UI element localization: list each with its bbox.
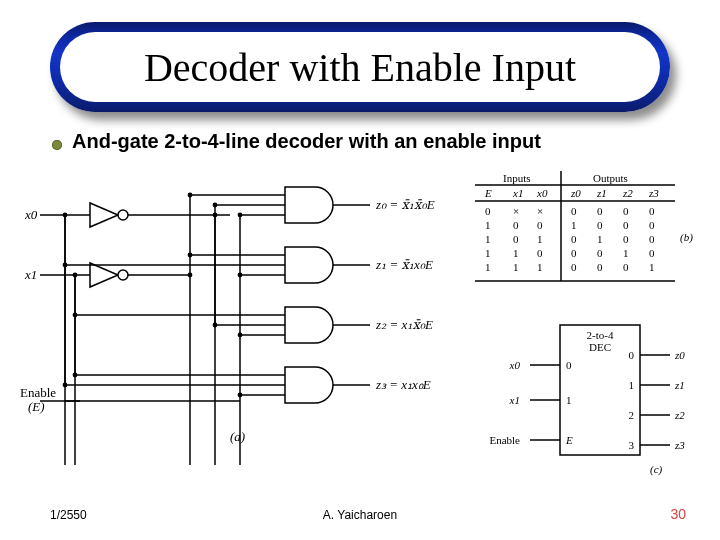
- output-expr-z0: z₀ = x̄₁x̄₀E: [375, 197, 435, 212]
- circuit-diagram: x0 x1 Enable (E): [20, 187, 435, 465]
- svg-text:1: 1: [623, 247, 629, 259]
- th: z3: [648, 187, 659, 199]
- svg-text:0: 0: [571, 205, 577, 217]
- enable-label: Enable: [20, 385, 56, 400]
- not-bubble-icon: [118, 270, 128, 280]
- th: x1: [512, 187, 523, 199]
- svg-text:0: 0: [513, 233, 519, 245]
- svg-text:0: 0: [537, 247, 543, 259]
- port-label: z0: [674, 349, 685, 361]
- port-index: 3: [629, 439, 635, 451]
- and-gate-icon: [73, 307, 370, 343]
- block-symbol: 2-to-4 DEC x00 x11 EnableE 0z0 1z1 2z2 3…: [489, 325, 685, 476]
- diagram-figure: x0 x1 Enable (E): [20, 165, 700, 495]
- port-label: z2: [674, 409, 685, 421]
- output-expr-z1: z₁ = x̄₁x₀E: [375, 257, 433, 272]
- svg-text:0: 0: [597, 219, 603, 231]
- svg-text:1: 1: [649, 261, 655, 273]
- table-rows: 0××0000 1001000 1010100 1100010 1110001: [485, 205, 655, 273]
- port-label: Enable: [489, 434, 520, 446]
- port-index: 1: [566, 394, 572, 406]
- svg-text:0: 0: [485, 205, 491, 217]
- th: z1: [596, 187, 607, 199]
- svg-text:0: 0: [571, 247, 577, 259]
- footer-author: A. Yaicharoen: [323, 508, 397, 522]
- svg-text:0: 0: [623, 219, 629, 231]
- output-expr-z2: z₂ = x₁x̄₀E: [375, 317, 433, 332]
- part-label-a: (a): [230, 429, 245, 444]
- svg-text:1: 1: [485, 233, 491, 245]
- th: z2: [622, 187, 633, 199]
- port-index: 2: [629, 409, 635, 421]
- part-label-b: (b): [680, 231, 693, 244]
- svg-text:0: 0: [597, 205, 603, 217]
- svg-text:0: 0: [623, 233, 629, 245]
- svg-text:1: 1: [537, 233, 543, 245]
- svg-text:0: 0: [597, 261, 603, 273]
- svg-text:0: 0: [571, 233, 577, 245]
- th: E: [484, 187, 492, 199]
- truth-table: Inputs Outputs E x1 x0 z0 z1 z2 z3 0××00…: [475, 171, 693, 281]
- svg-text:0: 0: [513, 219, 519, 231]
- port-index: 0: [566, 359, 572, 371]
- svg-text:×: ×: [513, 205, 519, 217]
- bullet-icon: [52, 140, 62, 150]
- svg-text:0: 0: [623, 261, 629, 273]
- block-title-line2: DEC: [589, 341, 611, 353]
- th: x0: [536, 187, 548, 199]
- svg-text:0: 0: [649, 205, 655, 217]
- not-gate-icon: [90, 203, 118, 227]
- title-banner: Decoder with Enable Input: [50, 22, 670, 112]
- output-expr-z3: z₃ = x₁x₀E: [375, 377, 431, 392]
- svg-text:1: 1: [513, 247, 519, 259]
- svg-text:0: 0: [571, 261, 577, 273]
- svg-text:1: 1: [571, 219, 577, 231]
- svg-text:×: ×: [537, 205, 543, 217]
- svg-text:0: 0: [597, 247, 603, 259]
- input-label-x1: x1: [24, 267, 37, 282]
- input-label-x0: x0: [24, 207, 38, 222]
- and-gate-icon: [63, 367, 370, 403]
- port-label: x1: [509, 394, 520, 406]
- port-label: z1: [674, 379, 685, 391]
- block-title-line1: 2-to-4: [587, 329, 614, 341]
- port-label: x0: [509, 359, 521, 371]
- table-header-inputs: Inputs: [503, 172, 531, 184]
- svg-text:1: 1: [485, 247, 491, 259]
- port-index: 0: [629, 349, 635, 361]
- port-label: z3: [674, 439, 685, 451]
- svg-text:0: 0: [649, 233, 655, 245]
- not-gate-icon: [90, 263, 118, 287]
- svg-text:1: 1: [597, 233, 603, 245]
- svg-text:1: 1: [537, 261, 543, 273]
- svg-text:1: 1: [485, 261, 491, 273]
- port-index: 1: [629, 379, 635, 391]
- svg-text:0: 0: [537, 219, 543, 231]
- slide-subtitle: And-gate 2-to-4-line decoder with an ena…: [72, 130, 541, 153]
- svg-text:0: 0: [649, 219, 655, 231]
- svg-text:0: 0: [649, 247, 655, 259]
- footer-date: 1/2550: [50, 508, 87, 522]
- svg-text:1: 1: [485, 219, 491, 231]
- part-label-c: (c): [650, 463, 663, 476]
- port-index: E: [565, 434, 573, 446]
- svg-text:0: 0: [623, 205, 629, 217]
- table-header-outputs: Outputs: [593, 172, 628, 184]
- svg-text:1: 1: [513, 261, 519, 273]
- not-bubble-icon: [118, 210, 128, 220]
- th: z0: [570, 187, 581, 199]
- slide-title: Decoder with Enable Input: [50, 44, 670, 91]
- footer-page-number: 30: [670, 506, 686, 522]
